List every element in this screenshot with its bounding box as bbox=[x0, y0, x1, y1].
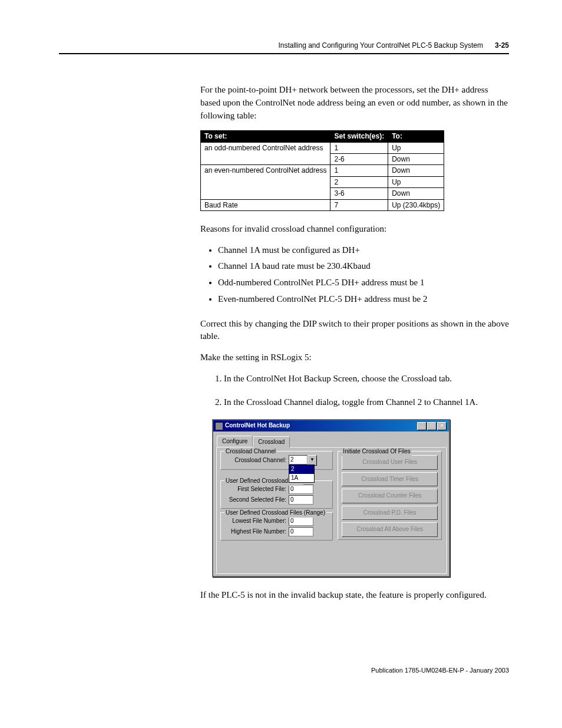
initiate-group: Initiate Crossload Of Files Crossload Us… bbox=[338, 451, 442, 540]
tabs: Configure Crossload bbox=[217, 435, 449, 447]
cell: Up bbox=[388, 142, 444, 153]
user-files-group: User Defined Crossload Files First Selec… bbox=[220, 480, 333, 509]
cell: Down bbox=[388, 188, 444, 199]
close-button[interactable]: × bbox=[437, 422, 447, 430]
highest-file-input[interactable]: 0 bbox=[289, 527, 313, 536]
steps-list: In the ControlNet Hot Backup Screen, cho… bbox=[212, 373, 509, 409]
header-title: Installing and Configuring Your ControlN… bbox=[278, 41, 483, 50]
app-icon bbox=[216, 423, 223, 430]
correction-note: Correct this by changing the DIP switch … bbox=[200, 318, 509, 344]
publication-footer: Publication 1785-UM024B-EN-P - January 2… bbox=[59, 667, 509, 674]
list-item: Even-numbered ControlNet PLC-5 DH+ addre… bbox=[218, 293, 509, 306]
list-item: Odd-numbered ControlNet PLC-5 DH+ addres… bbox=[218, 276, 509, 289]
main-content: For the point-to-point DH+ network betwe… bbox=[200, 84, 509, 602]
tab-crossload[interactable]: Crossload bbox=[253, 436, 290, 448]
legend: Crossload Channel bbox=[224, 447, 277, 456]
lowest-file-label: Lowest File Number: bbox=[224, 517, 289, 526]
cell: 7 bbox=[330, 199, 388, 210]
dh-table: To set: Set switch(es): To: an odd-numbe… bbox=[200, 130, 444, 211]
combo-dropdown[interactable]: 2 1A bbox=[289, 465, 315, 483]
list-item: Channel 1A must be configured as DH+ bbox=[218, 244, 509, 257]
page-header: Installing and Configuring Your ControlN… bbox=[59, 41, 509, 54]
list-item: Channel 1A baud rate must be 230.4Kbaud bbox=[218, 260, 509, 273]
highest-file-label: Highest File Number: bbox=[224, 528, 289, 536]
crossload-channel-combo[interactable]: 2 ▼ 2 1A bbox=[289, 455, 317, 466]
option-1a[interactable]: 1A bbox=[289, 474, 314, 483]
crossload-channel-group: Crossload Channel Crossload Channel: 2 ▼… bbox=[220, 451, 333, 470]
cell: 2-6 bbox=[330, 154, 388, 165]
crossload-counter-files-button[interactable]: Crossload Counter Files bbox=[342, 489, 438, 503]
cell: Down bbox=[388, 154, 444, 165]
reasons-heading: Reasons for invalid crossload channel co… bbox=[200, 223, 509, 236]
closing-paragraph: If the PLC-5 is not in the invalid backu… bbox=[200, 589, 509, 602]
cell: 2 bbox=[330, 176, 388, 187]
cell: 3-6 bbox=[330, 188, 388, 199]
cell: an even-numbered ControlNet address bbox=[201, 165, 330, 199]
step-2: In the Crossload Channel dialog, toggle … bbox=[224, 396, 509, 409]
crossload-user-files-button[interactable]: Crossload User Files bbox=[342, 455, 438, 470]
cell: Down bbox=[388, 165, 444, 176]
cell: an odd-numbered ControlNet address bbox=[201, 142, 330, 165]
cell: Up bbox=[388, 176, 444, 187]
th-toset: To set: bbox=[201, 131, 330, 142]
maximize-button[interactable]: □ bbox=[427, 422, 437, 430]
make-setting: Make the setting in RSLogix 5: bbox=[200, 351, 509, 364]
titlebar: ControlNet Hot Backup _ □ × bbox=[213, 420, 449, 431]
tab-configure[interactable]: Configure bbox=[217, 436, 253, 447]
cell: Baud Rate bbox=[201, 199, 330, 210]
option-2[interactable]: 2 bbox=[289, 465, 314, 474]
crossload-pd-files-button[interactable]: Crossload P.D. Files bbox=[342, 506, 438, 521]
crossload-panel: Crossload Channel Crossload Channel: 2 ▼… bbox=[216, 446, 447, 574]
legend: User Defined Crossload Files (Range) bbox=[224, 509, 326, 518]
first-file-input[interactable]: 0 bbox=[289, 485, 313, 494]
first-file-label: First Selected File: bbox=[224, 485, 289, 494]
crossload-all-files-button[interactable]: Crossload All Above Files bbox=[342, 522, 438, 537]
page: Installing and Configuring Your ControlN… bbox=[0, 0, 562, 697]
intro-paragraph: For the point-to-point DH+ network betwe… bbox=[200, 84, 509, 122]
minimize-button[interactable]: _ bbox=[417, 422, 427, 430]
step-1: In the ControlNet Hot Backup Screen, cho… bbox=[224, 373, 509, 386]
th-switches: Set switch(es): bbox=[330, 131, 388, 142]
cell: 1 bbox=[330, 165, 388, 176]
user-range-group: User Defined Crossload Files (Range) Low… bbox=[220, 512, 333, 541]
page-number: 3-25 bbox=[495, 41, 509, 50]
lowest-file-input[interactable]: 0 bbox=[289, 516, 313, 526]
cell: Up (230.4kbps) bbox=[388, 199, 444, 210]
legend: Initiate Crossload Of Files bbox=[342, 447, 412, 456]
reasons-list: Channel 1A must be configured as DH+ Cha… bbox=[218, 244, 509, 306]
combo-value[interactable]: 2 bbox=[289, 455, 308, 465]
second-file-input[interactable]: 0 bbox=[289, 495, 313, 505]
cell: 1 bbox=[330, 142, 388, 153]
crossload-timer-files-button[interactable]: Crossload Timer Files bbox=[342, 472, 438, 487]
crossload-channel-label: Crossload Channel: bbox=[224, 456, 289, 465]
second-file-label: Second Selected File: bbox=[224, 496, 289, 505]
th-to: To: bbox=[388, 131, 444, 142]
dialog-title: ControlNet Hot Backup bbox=[225, 421, 290, 430]
hot-backup-dialog: ControlNet Hot Backup _ □ × Configure Cr… bbox=[212, 419, 450, 577]
